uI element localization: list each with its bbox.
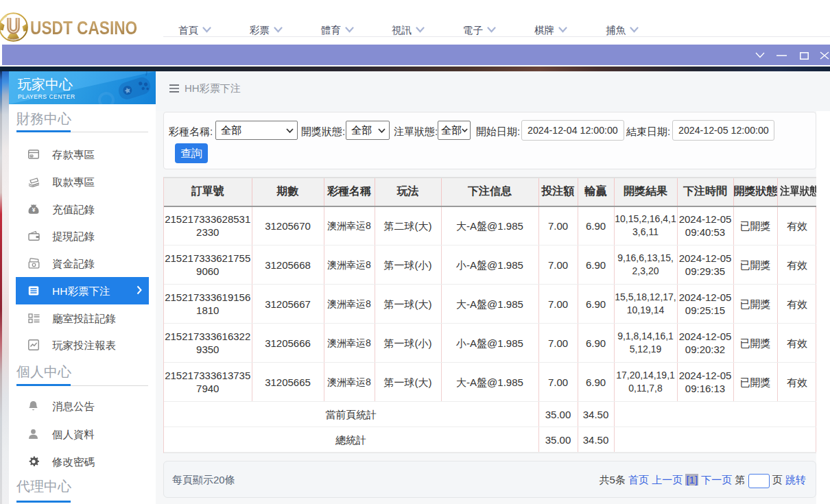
svg-text:casino: casino: [8, 36, 19, 40]
svg-text:¥: ¥: [32, 206, 36, 213]
